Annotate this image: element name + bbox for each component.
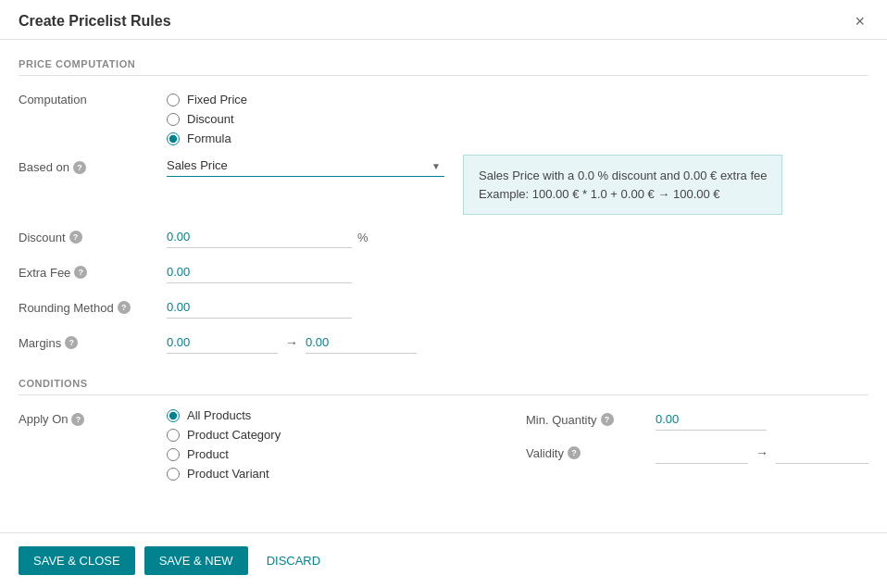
product-variant-radio[interactable] xyxy=(167,468,180,481)
apply-on-label: Apply On ? xyxy=(19,408,167,426)
all-products-radio[interactable] xyxy=(167,409,180,422)
discount-label-radio[interactable]: Discount xyxy=(187,112,234,126)
dialog-header: Create Pricelist Rules × xyxy=(0,0,887,40)
discount-radio[interactable] xyxy=(167,113,180,126)
apply-on-radio-group: All Products Product Category Product xyxy=(167,408,507,481)
discount-control: % xyxy=(167,226,868,248)
based-on-control: Sales Price Other Pricelist Purchase Pri… xyxy=(167,155,868,215)
apply-on-control: All Products Product Category Product xyxy=(167,408,868,481)
margins-row: Margins ? → xyxy=(19,330,868,356)
create-pricelist-dialog: Create Pricelist Rules × PRICE COMPUTATI… xyxy=(0,0,887,588)
formula-option[interactable]: Formula xyxy=(167,131,247,145)
discount-row: Discount ? % xyxy=(19,224,868,250)
computation-radio-group: Fixed Price Discount Formula xyxy=(167,93,247,145)
based-on-row: Based on ? Sales Price Other Pricelist P… xyxy=(19,155,868,215)
close-button[interactable]: × xyxy=(851,13,868,30)
dialog-body: PRICE COMPUTATION Computation Fixed Pric… xyxy=(0,40,887,532)
discount-option[interactable]: Discount xyxy=(167,112,247,126)
apply-on-row: Apply On ? All Products xyxy=(19,408,868,481)
margins-to-input[interactable] xyxy=(306,332,417,354)
product-variant-label[interactable]: Product Variant xyxy=(187,467,269,481)
formula-label[interactable]: Formula xyxy=(187,131,231,145)
validity-help-icon[interactable]: ? xyxy=(568,446,581,459)
based-on-select[interactable]: Sales Price Other Pricelist Purchase Pri… xyxy=(167,155,444,177)
apply-on-right: Min. Quantity ? Validity ? xyxy=(507,408,868,481)
apply-on-left: All Products Product Category Product xyxy=(167,408,507,481)
save-close-button[interactable]: SAVE & CLOSE xyxy=(19,546,135,575)
product-variant-option[interactable]: Product Variant xyxy=(167,467,507,481)
validity-to-input[interactable] xyxy=(776,442,868,464)
discount-input[interactable] xyxy=(167,226,352,248)
info-line2: Example: 100.00 € * 1.0 + 0.00 € → 100.0… xyxy=(479,185,767,204)
save-new-button[interactable]: SAVE & NEW xyxy=(144,546,248,575)
all-products-label[interactable]: All Products xyxy=(187,408,251,422)
discount-field-label: Discount ? xyxy=(19,231,167,244)
formula-radio[interactable] xyxy=(167,132,180,145)
rounding-input[interactable] xyxy=(167,296,352,319)
margins-help-icon[interactable]: ? xyxy=(65,336,78,349)
rounding-method-row: Rounding Method ? xyxy=(19,294,868,320)
validity-from-input[interactable] xyxy=(656,442,748,464)
rounding-help-icon[interactable]: ? xyxy=(118,301,131,314)
product-option[interactable]: Product xyxy=(167,447,507,461)
product-category-radio[interactable] xyxy=(167,429,180,442)
discard-button[interactable]: DISCARD xyxy=(257,546,331,575)
apply-on-grid: All Products Product Category Product xyxy=(167,408,868,481)
margins-arrow-icon: → xyxy=(285,335,298,350)
formula-info-box: Sales Price with a 0.0 % discount and 0.… xyxy=(463,155,782,215)
discount-suffix: % xyxy=(357,231,369,244)
validity-row: Validity ? → xyxy=(526,442,868,464)
extra-fee-control xyxy=(167,261,868,283)
dialog-footer: SAVE & CLOSE SAVE & NEW DISCARD xyxy=(0,532,887,588)
conditions-title: CONDITIONS xyxy=(19,378,868,395)
based-on-help-icon[interactable]: ? xyxy=(73,161,86,174)
product-label[interactable]: Product xyxy=(187,447,229,461)
price-computation-section: PRICE COMPUTATION Computation Fixed Pric… xyxy=(19,58,868,356)
info-line1: Sales Price with a 0.0 % discount and 0.… xyxy=(479,167,767,185)
product-category-option[interactable]: Product Category xyxy=(167,428,507,442)
extra-fee-help-icon[interactable]: ? xyxy=(74,266,87,279)
min-quantity-input[interactable] xyxy=(656,408,767,431)
margins-from-input[interactable] xyxy=(167,332,278,354)
margins-inputs: → xyxy=(167,332,417,354)
product-category-label[interactable]: Product Category xyxy=(187,428,281,442)
min-qty-help-icon[interactable]: ? xyxy=(601,413,614,426)
all-products-option[interactable]: All Products xyxy=(167,408,507,422)
computation-row: Computation Fixed Price Discount xyxy=(19,89,868,145)
extra-fee-input[interactable] xyxy=(167,261,352,283)
extra-fee-row: Extra Fee ? xyxy=(19,259,868,285)
validity-label: Validity ? xyxy=(526,446,656,460)
margins-control: → xyxy=(167,332,868,354)
rounding-method-label: Rounding Method ? xyxy=(19,301,167,315)
fixed-price-label[interactable]: Fixed Price xyxy=(187,93,247,106)
margins-label: Margins ? xyxy=(19,336,167,350)
rounding-control xyxy=(167,296,868,319)
price-computation-title: PRICE COMPUTATION xyxy=(19,58,868,76)
computation-options: Fixed Price Discount Formula xyxy=(167,93,868,145)
based-on-select-wrapper: Sales Price Other Pricelist Purchase Pri… xyxy=(167,155,444,177)
dialog-title: Create Pricelist Rules xyxy=(19,13,171,30)
conditions-section: CONDITIONS Apply On ? All Products xyxy=(19,378,868,481)
min-quantity-label: Min. Quantity ? xyxy=(526,413,656,427)
discount-help-icon[interactable]: ? xyxy=(69,231,82,244)
apply-on-help-icon[interactable]: ? xyxy=(71,413,84,426)
min-quantity-row: Min. Quantity ? xyxy=(526,408,868,431)
based-on-label: Based on ? xyxy=(19,155,167,174)
computation-label: Computation xyxy=(19,93,167,106)
fixed-price-option[interactable]: Fixed Price xyxy=(167,93,247,106)
fixed-price-radio[interactable] xyxy=(167,94,180,106)
validity-arrow-icon: → xyxy=(756,445,768,460)
extra-fee-label: Extra Fee ? xyxy=(19,266,167,280)
product-radio[interactable] xyxy=(167,448,180,461)
